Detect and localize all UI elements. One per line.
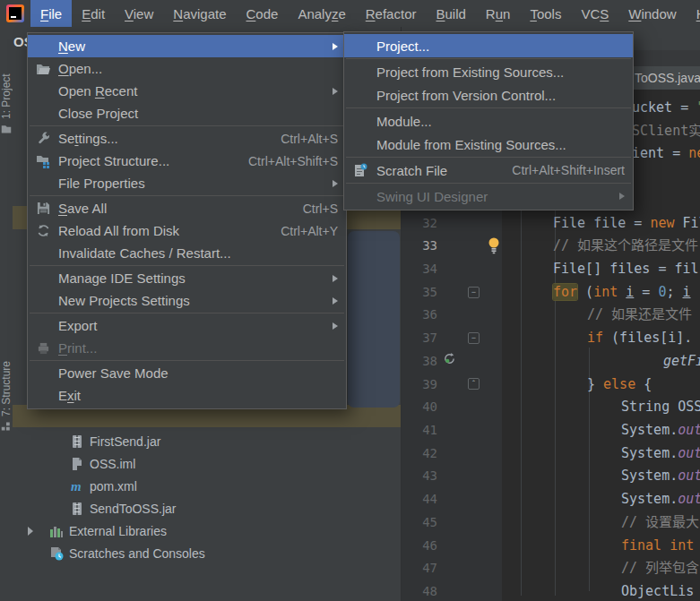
menu-item-save-all[interactable]: Save AllCtrl+S xyxy=(28,197,346,219)
menu-item-file-properties[interactable]: File Properties xyxy=(28,172,346,194)
svg-text:m: m xyxy=(71,479,82,494)
menu-separator xyxy=(30,195,344,196)
tool-window-bar: 1: Project 7: Structure xyxy=(0,27,13,601)
menu-item-power-save-mode[interactable]: Power Save Mode xyxy=(28,362,346,384)
tree-item-label: FirstSend.jar xyxy=(90,434,160,449)
line-number[interactable]: 34 xyxy=(402,258,437,281)
submenu-arrow-icon xyxy=(333,43,338,50)
settings-wrench-icon xyxy=(37,132,50,145)
code-line: System.out xyxy=(621,419,700,442)
menu-item-export[interactable]: Export xyxy=(28,314,346,337)
submenu-arrow-icon xyxy=(333,297,338,305)
code-line: ObjectLis xyxy=(621,580,694,601)
menu-item-project-structure[interactable]: Project Structure...Ctrl+Alt+Shift+S xyxy=(28,150,346,172)
ide-window: File Edit View Navigate Code Analyze Ref… xyxy=(0,0,700,601)
project-scrollbar-thumb[interactable] xyxy=(348,231,400,408)
menu-item-exit[interactable]: Exit xyxy=(28,384,346,407)
menubar-file[interactable]: File xyxy=(30,0,72,27)
fold-marker-icon[interactable] xyxy=(468,332,480,344)
menu-item-new-projects-settings[interactable]: New Projects Settings xyxy=(28,289,346,312)
tree-item-label: pom.xml xyxy=(90,479,137,494)
submenu-arrow-icon xyxy=(333,180,338,187)
line-number[interactable]: 35 xyxy=(402,281,437,305)
menu-item-new[interactable]: New xyxy=(28,35,346,57)
intention-bulb-icon[interactable] xyxy=(487,236,501,254)
line-number[interactable]: 46 xyxy=(402,535,437,558)
project-folder-icon xyxy=(1,124,12,134)
submenu-arrow-icon xyxy=(333,322,338,330)
menubar-navigate[interactable]: Navigate xyxy=(163,0,236,27)
tool-tab-structure[interactable]: 7: Structure xyxy=(0,345,13,416)
tree-item-firstsend-jar[interactable]: FirstSend.jar xyxy=(70,430,160,452)
menubar-view[interactable]: View xyxy=(115,0,163,27)
code-line: // 如果还是文件 xyxy=(587,304,692,327)
line-number[interactable]: 44 xyxy=(402,488,437,511)
menu-item-reload-all[interactable]: Reload All from DiskCtrl+Alt+Y xyxy=(28,219,346,242)
line-number[interactable]: 42 xyxy=(402,442,437,466)
code-line: String OSS xyxy=(621,396,700,419)
tree-item-external-libraries[interactable]: External Libraries xyxy=(49,519,167,542)
line-number[interactable]: 32 xyxy=(402,212,437,236)
menubar-tools[interactable]: Tools xyxy=(520,0,571,27)
menu-item-close-project[interactable]: Close Project xyxy=(28,102,346,124)
code-line: System.out xyxy=(621,442,700,466)
fold-marker-icon[interactable] xyxy=(468,287,480,298)
line-number[interactable]: 37 xyxy=(402,327,437,350)
tree-item-oss-iml[interactable]: OSS.iml xyxy=(70,452,135,475)
menubar-build[interactable]: Build xyxy=(426,0,475,27)
recursive-call-icon[interactable] xyxy=(443,352,456,365)
line-number[interactable]: 43 xyxy=(402,465,437,488)
line-number[interactable]: 45 xyxy=(402,511,437,535)
code-line: ucket = " xyxy=(632,97,700,120)
menubar-window[interactable]: Window xyxy=(618,0,686,27)
code-line: SClient实例 xyxy=(632,120,700,143)
menubar-vcs[interactable]: VCS xyxy=(571,0,618,27)
menubar-code[interactable]: Code xyxy=(237,0,289,27)
iml-file-icon xyxy=(70,457,84,471)
menu-item-settings[interactable]: Settings...Ctrl+Alt+S xyxy=(28,127,346,150)
maven-icon: m xyxy=(70,479,84,494)
submenu-item-module-existing[interactable]: Module from Existing Sources... xyxy=(344,133,633,156)
code-line: System.out xyxy=(621,488,700,511)
submenu-item-module[interactable]: Module... xyxy=(344,109,633,133)
tool-tab-project[interactable]: 1: Project xyxy=(0,49,13,119)
menubar-run[interactable]: Run xyxy=(476,0,521,27)
menu-item-open-recent[interactable]: Open Recent xyxy=(28,80,346,102)
submenu-arrow-icon xyxy=(333,275,338,282)
expand-arrow-icon[interactable] xyxy=(28,527,33,536)
menu-item-print[interactable]: Print... xyxy=(28,337,346,359)
line-number[interactable]: 39 xyxy=(402,373,437,397)
tree-item-scratches[interactable]: Scratches and Consoles xyxy=(49,542,205,564)
line-number[interactable]: 36 xyxy=(402,304,437,327)
tree-item-pom-xml[interactable]: m pom.xml xyxy=(70,475,137,497)
submenu-item-swing-ui-designer[interactable]: Swing UI Designer xyxy=(344,185,633,208)
tree-item-label: SendToOSS.jar xyxy=(90,502,177,516)
line-number[interactable]: 48 xyxy=(402,580,437,601)
line-number[interactable]: 41 xyxy=(402,419,437,442)
submenu-item-scratch-file[interactable]: Scratch FileCtrl+Alt+Shift+Insert xyxy=(344,159,633,182)
menu-item-open[interactable]: Open... xyxy=(28,57,346,80)
line-number[interactable]: 40 xyxy=(402,396,437,419)
line-number[interactable]: 47 xyxy=(402,557,437,580)
menu-separator xyxy=(30,313,344,313)
fold-end-marker-icon[interactable] xyxy=(468,378,480,390)
menubar-edit[interactable]: Edit xyxy=(72,0,115,27)
code-line: if (files[i]. xyxy=(587,327,692,350)
tree-item-sendtooss-jar[interactable]: SendToOSS.jar xyxy=(70,497,177,519)
submenu-item-project-vcs[interactable]: Project from Version Control... xyxy=(344,83,633,107)
jar-file-icon xyxy=(70,502,84,516)
menubar-help[interactable]: Help xyxy=(687,0,700,27)
menu-item-manage-ide-settings[interactable]: Manage IDE Settings xyxy=(28,267,346,289)
menu-item-invalidate-caches[interactable]: Invalidate Caches / Restart... xyxy=(28,242,346,264)
menu-separator xyxy=(346,157,631,158)
external-libraries-icon xyxy=(49,524,64,538)
submenu-item-project-existing[interactable]: Project from Existing Sources... xyxy=(344,60,633,83)
menubar-refactor[interactable]: Refactor xyxy=(356,0,427,27)
menubar-analyze[interactable]: Analyze xyxy=(288,0,355,27)
line-number[interactable]: 33 xyxy=(402,235,437,258)
jar-file-icon xyxy=(70,434,84,449)
code-line: // 如果这个路径是文件 xyxy=(553,235,698,258)
line-number[interactable]: 38 xyxy=(402,350,437,373)
tree-item-label: OSS.iml xyxy=(90,457,135,471)
submenu-item-project[interactable]: Project... xyxy=(344,34,633,57)
